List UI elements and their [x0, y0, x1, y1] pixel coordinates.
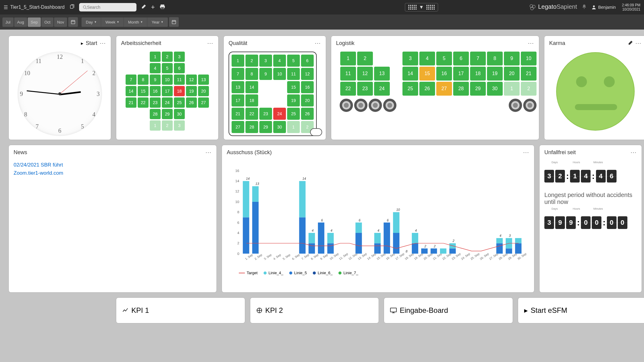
day-cell[interactable]: 14 [126, 86, 136, 96]
day-cell[interactable]: 26 [186, 97, 197, 108]
day-cell[interactable]: 1 [340, 52, 356, 65]
day-cell[interactable]: 11 [287, 68, 300, 80]
day-cell[interactable]: 4 [273, 55, 286, 67]
day-cell[interactable]: 11 [174, 75, 185, 85]
day-cell[interactable]: 19 [487, 67, 503, 81]
day-cell[interactable]: 23 [259, 108, 272, 120]
day-cell[interactable]: 18 [245, 94, 258, 106]
copy-icon[interactable] [69, 4, 74, 10]
esfm-button[interactable]: ▸Start eSFM [518, 297, 644, 323]
day-cell[interactable]: 25 [402, 82, 418, 96]
day-cell[interactable]: 25 [287, 108, 300, 120]
search-input-wrapper[interactable] [79, 3, 136, 11]
day-cell[interactable]: 16 [436, 67, 452, 81]
day-cell[interactable]: 17 [162, 86, 173, 96]
legend-item[interactable]: Linie_5 [289, 271, 307, 275]
day-cell[interactable]: 12 [357, 67, 373, 81]
layout-presets[interactable]: ▼ [405, 3, 438, 11]
day-cell[interactable]: 20 [198, 86, 209, 96]
month-Sep[interactable]: Sep [28, 17, 41, 27]
more-icon[interactable]: ⋯ [523, 149, 529, 156]
kpi2-button[interactable]: KPI 2 [250, 297, 379, 323]
month-Nov[interactable]: Nov [54, 17, 67, 27]
day-cell[interactable]: 3 [259, 55, 272, 67]
day-cell[interactable]: 27 [436, 82, 452, 96]
search-input[interactable] [87, 5, 133, 10]
more-icon[interactable]: ⋯ [315, 40, 321, 47]
day-cell[interactable]: 7 [470, 52, 486, 65]
range-Year[interactable]: Year ▼ [147, 17, 168, 27]
day-cell[interactable]: 18 [174, 86, 185, 96]
range-Week[interactable]: Week ▼ [101, 17, 124, 27]
eingabe-button[interactable]: Eingabe-Board [384, 297, 513, 323]
more-icon[interactable]: ⋯ [100, 40, 106, 47]
day-cell[interactable]: 28 [245, 121, 258, 133]
legend-item[interactable]: Linie_4_ [264, 271, 283, 275]
day-cell[interactable]: 8 [245, 68, 258, 80]
day-cell[interactable]: 15 [138, 86, 149, 96]
day-cell[interactable]: 30 [273, 121, 286, 133]
day-cell[interactable]: 12 [301, 68, 314, 80]
day-cell[interactable]: 14 [245, 81, 258, 93]
day-cell[interactable]: 29 [259, 121, 272, 133]
calendar-icon[interactable] [68, 17, 78, 27]
day-cell[interactable]: 25 [174, 97, 185, 108]
user-menu[interactable]: Benjamin [591, 5, 616, 10]
day-cell[interactable]: 7 [232, 68, 244, 80]
add-icon[interactable]: + [151, 3, 155, 11]
news-link[interactable]: 02/24/2021 SBR führt [14, 161, 212, 169]
day-cell[interactable]: 8 [138, 75, 149, 85]
day-cell[interactable]: 5 [162, 63, 173, 73]
day-cell[interactable]: 24 [162, 97, 173, 108]
day-cell[interactable]: 7 [126, 75, 136, 85]
day-cell[interactable]: 24 [374, 82, 390, 96]
day-cell[interactable]: 10 [162, 75, 173, 85]
day-cell[interactable]: 2 [357, 52, 373, 65]
more-icon[interactable]: ⋯ [528, 40, 534, 47]
day-cell[interactable]: 8 [487, 52, 503, 65]
qualitat-handle[interactable] [310, 128, 322, 136]
legend-item[interactable]: Linie_6_ [313, 271, 332, 275]
day-cell[interactable]: 1 [287, 121, 300, 133]
more-icon[interactable]: ⋯ [630, 149, 637, 156]
day-cell[interactable]: 22 [245, 108, 258, 120]
day-cell[interactable]: 26 [419, 82, 435, 96]
day-cell[interactable]: 9 [259, 68, 272, 80]
calendar-icon-2[interactable] [169, 17, 179, 27]
day-cell[interactable]: 16 [150, 86, 161, 96]
day-cell[interactable]: 20 [504, 67, 520, 81]
day-cell[interactable]: 27 [232, 121, 244, 133]
day-cell[interactable]: 21 [521, 67, 537, 81]
day-cell[interactable]: 22 [138, 97, 149, 108]
day-cell[interactable]: 30 [487, 82, 503, 96]
day-cell[interactable]: 29 [470, 82, 486, 96]
day-cell[interactable]: 1 [150, 52, 161, 62]
edit-icon[interactable] [628, 41, 633, 46]
month-Aug[interactable]: Aug [14, 17, 27, 27]
legend-item[interactable]: Target [239, 271, 258, 275]
day-cell[interactable]: 14 [402, 67, 418, 81]
day-cell[interactable]: 30 [174, 109, 185, 119]
day-cell[interactable]: 2 [162, 52, 173, 62]
day-cell[interactable]: 3 [402, 52, 418, 65]
more-icon[interactable]: ⋯ [205, 149, 212, 156]
day-cell[interactable]: 26 [301, 108, 314, 120]
day-cell[interactable]: 29 [162, 109, 173, 119]
day-cell[interactable]: 17 [232, 94, 244, 106]
day-cell[interactable]: 3 [174, 120, 185, 131]
day-cell[interactable]: 12 [186, 75, 197, 85]
day-cell[interactable]: 5 [436, 52, 452, 65]
legend-item[interactable]: Linie_7_ [338, 271, 358, 275]
day-cell[interactable]: 19 [287, 94, 300, 106]
day-cell[interactable]: 6 [174, 63, 185, 73]
day-cell[interactable]: 2 [162, 120, 173, 131]
day-cell[interactable]: 6 [453, 52, 469, 65]
day-cell[interactable]: 9 [504, 52, 520, 65]
edit-icon[interactable] [141, 4, 146, 10]
month-Jul[interactable]: Jul [2, 17, 14, 27]
news-link[interactable]: Zoom.tier1-world.com [14, 169, 212, 177]
month-Oct[interactable]: Oct [41, 17, 53, 27]
more-icon[interactable]: ⋯ [207, 40, 213, 47]
notifications-icon[interactable] [582, 4, 587, 10]
kpi1-button[interactable]: KPI 1 [116, 297, 245, 323]
